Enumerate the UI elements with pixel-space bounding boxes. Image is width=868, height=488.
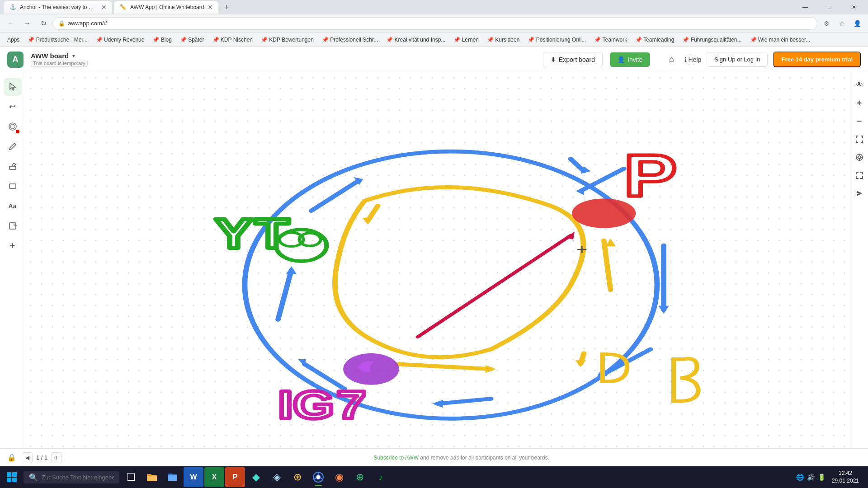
app3-taskbar[interactable]: ⊛ [288, 467, 307, 487]
minimize-button[interactable]: — [795, 0, 816, 14]
close-button[interactable]: ✕ [844, 0, 864, 14]
app2-taskbar[interactable]: ◈ [267, 467, 287, 487]
volume-icon[interactable]: 🔊 [807, 473, 816, 482]
bookmark-positionierung[interactable]: 📌 Positionierung Onli... [524, 36, 590, 44]
search-icon: 🔍 [29, 473, 38, 482]
refresh-button[interactable]: ↻ [36, 16, 51, 31]
tab-aww[interactable]: ✏️ AWW App | Online Whiteboard ✕ [114, 1, 218, 14]
fullscreen-button[interactable] [852, 168, 867, 183]
bookmark-teamleading[interactable]: 📌 Teamleading [632, 36, 678, 44]
sticky-note-tool[interactable] [4, 217, 22, 235]
bookmark-kreativitaet[interactable]: 📌 Kreativität und Insp... [382, 36, 449, 44]
bookmark-teamwork[interactable]: 📌 Teamwork [590, 36, 631, 44]
premium-button[interactable]: Free 14 day premium trial [773, 52, 861, 67]
subscribe-link[interactable]: Subscribe to AWW [373, 455, 419, 461]
view-button[interactable]: 👁 [852, 78, 867, 92]
export-icon: ⬇ [551, 56, 556, 63]
tab-favicon-anchor: ⚓ [9, 4, 16, 11]
eraser-tool[interactable] [4, 157, 22, 175]
apps-bookmark[interactable]: Apps [4, 36, 23, 44]
bookmark-star-icon[interactable]: ☆ [835, 16, 849, 31]
add-tool[interactable]: + [4, 237, 22, 255]
text-tool[interactable]: Aa [4, 197, 22, 215]
taskview-button[interactable]: ❑ [121, 467, 141, 487]
powerpoint-app[interactable]: P [225, 467, 245, 487]
zoom-in-button[interactable]: + [852, 96, 867, 110]
help-button[interactable]: ℹ Help [684, 56, 702, 63]
battery-icon[interactable]: 🔋 [817, 473, 826, 482]
app4-taskbar[interactable]: ◉ [329, 467, 349, 487]
windows-start-button[interactable] [2, 467, 22, 487]
shape-tool[interactable] [4, 177, 22, 195]
home-icon[interactable]: ⌂ [665, 52, 679, 67]
excel-app[interactable]: X [204, 467, 224, 487]
invite-icon: 👤 [617, 56, 625, 63]
signup-button[interactable]: Sign Up or Log In [707, 52, 768, 67]
explorer2-app[interactable] [163, 467, 183, 487]
svg-rect-45 [168, 474, 172, 475]
svg-marker-11 [286, 266, 297, 274]
app1-taskbar[interactable]: ◆ [246, 467, 266, 487]
back-button[interactable]: ← [4, 16, 18, 31]
bookmark-fuehrung[interactable]: 📌 Führungsqualitäten... [679, 36, 745, 44]
extensions-icon[interactable]: ⚙ [819, 16, 834, 31]
new-tab-button[interactable]: + [220, 1, 233, 14]
tab-title-anchor: Anchor - The easiest way to mai... [20, 4, 98, 10]
maximize-button[interactable]: □ [819, 0, 840, 14]
prev-page-button[interactable]: ◀ [22, 452, 33, 463]
select-tool[interactable] [4, 78, 22, 96]
board-dropdown-icon[interactable]: ▾ [72, 53, 75, 59]
taskbar-clock[interactable]: 12:42 29.01.2021 [828, 469, 863, 485]
board-lock-icon: 🔒 [7, 453, 16, 462]
taskbar-time: 12:42 [832, 469, 859, 477]
taskbar-search-box[interactable]: 🔍 [24, 471, 119, 483]
tab-close-aww[interactable]: ✕ [208, 4, 213, 11]
whiteboard-svg: P Y T IG 7 [25, 72, 850, 448]
svg-point-4 [245, 151, 657, 418]
taskbar-search-input[interactable] [42, 474, 114, 481]
svg-marker-10 [298, 359, 306, 366]
color-tool[interactable] [4, 117, 22, 136]
svg-rect-1 [9, 166, 16, 169]
taskbar: 🔍 ❑ W X P ◆ ◈ ⊛ ◉ ⊕ ♪ 🌐 � [0, 466, 868, 488]
chrome-app[interactable] [308, 467, 328, 487]
bookmark-lernen[interactable]: 📌 Lernen [450, 36, 482, 44]
bookmark-wieman[interactable]: 📌 Wie man ein besser... [746, 36, 814, 44]
bookmark-kdpnischen[interactable]: 📌 KDP Nischen [209, 36, 256, 44]
app-logo-text: A [13, 55, 19, 64]
bookmark-udemy[interactable]: 📌 Udemy Revenue [92, 36, 148, 44]
file-explorer-app[interactable] [142, 467, 162, 487]
svg-rect-44 [168, 475, 177, 481]
fit-screen-button[interactable] [852, 132, 867, 146]
bookmark-blog[interactable]: 📌 Blog [149, 36, 175, 44]
tab-anchor[interactable]: ⚓ Anchor - The easiest way to mai... ✕ [4, 1, 112, 14]
bookmark-spaeter[interactable]: 📌 Später [176, 36, 208, 44]
svg-rect-3 [9, 223, 16, 229]
export-board-button[interactable]: ⬇ Export board [543, 52, 603, 67]
tab-close-anchor[interactable]: ✕ [101, 4, 107, 11]
undo-tool[interactable]: ↩ [4, 98, 22, 116]
bookmark-professionell[interactable]: 📌 Professionell Schr... [318, 36, 382, 44]
word-app[interactable]: W [184, 467, 203, 487]
svg-marker-15 [486, 365, 496, 373]
canvas-area[interactable]: P Y T IG 7 [25, 72, 850, 448]
bookmark-produktsuche[interactable]: 📌 Produktsuche - Mer... [24, 36, 91, 44]
app5-taskbar[interactable]: ⊕ [350, 467, 370, 487]
page-navigation: ◀ 1 / 1 + [22, 452, 62, 463]
tab-favicon-aww: ✏️ [119, 4, 127, 11]
zoom-out-button[interactable]: − [852, 114, 867, 128]
invite-button[interactable]: 👤 Invite [610, 52, 650, 67]
bookmark-kdpbew[interactable]: 📌 KDP Bewertungen [257, 36, 317, 44]
bookmark-kursideen[interactable]: 📌 Kursideen [483, 36, 523, 44]
help-icon: ℹ [684, 56, 687, 63]
pen-tool[interactable] [4, 137, 22, 155]
whiteboard-container: ↩ Aa [0, 72, 868, 448]
network-icon[interactable]: 🌐 [796, 473, 805, 482]
account-icon[interactable]: 👤 [850, 16, 864, 31]
center-button[interactable] [852, 150, 867, 164]
send-button[interactable] [852, 186, 867, 201]
add-page-button[interactable]: + [51, 452, 62, 463]
spotify-app[interactable]: ♪ [371, 467, 391, 487]
forward-button[interactable]: → [20, 16, 34, 31]
address-bar[interactable]: 🔒 awwapp.com/# [52, 17, 817, 30]
